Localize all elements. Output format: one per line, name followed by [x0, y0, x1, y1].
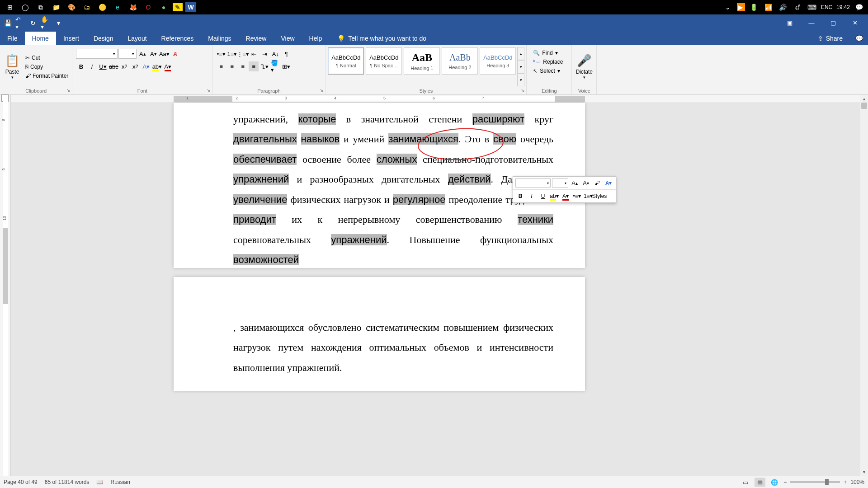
touch-mode-icon[interactable]: ✋▾ — [41, 18, 51, 28]
font-color-button[interactable]: A▾ — [163, 61, 173, 71]
paste-button[interactable]: 📋 Paste ▾ — [2, 47, 23, 86]
file-explorer-icon[interactable]: 🗂 — [80, 2, 93, 13]
ribbon-display-icon[interactable]: ▣ — [779, 16, 800, 30]
zoom-in-button[interactable]: + — [844, 479, 847, 485]
horizontal-ruler[interactable]: 1234567 — [11, 95, 868, 103]
text-effects-button[interactable]: A▾ — [141, 61, 151, 71]
justify-button[interactable]: ≡ — [249, 61, 259, 71]
tab-help[interactable]: Help — [302, 32, 330, 45]
word-count[interactable]: 65 of 11814 words — [45, 479, 90, 485]
notifications-icon[interactable]: 💬 — [854, 2, 864, 13]
italic-button[interactable]: I — [87, 61, 97, 71]
mini-bullets[interactable]: •≡▾ — [572, 191, 582, 201]
numbering-button[interactable]: 1≡▾ — [227, 49, 237, 59]
vertical-ruler[interactable]: L 8 9 10 — [0, 95, 11, 476]
change-case-button[interactable]: Aa▾ — [159, 49, 169, 59]
document-text[interactable]: упражнений, которые в значительной степе… — [233, 109, 553, 270]
decrease-indent-button[interactable]: ⇤ — [249, 49, 259, 59]
show-marks-button[interactable]: ¶ — [281, 49, 291, 59]
tab-layout[interactable]: Layout — [121, 32, 154, 45]
align-left-button[interactable]: ≡ — [216, 61, 226, 71]
qat-customize-icon[interactable]: ▾ — [53, 18, 63, 28]
cut-button[interactable]: ✂Cut — [24, 54, 70, 62]
mini-styles[interactable]: Styles — [594, 191, 604, 201]
select-button[interactable]: ↖Select ▾ — [530, 67, 568, 75]
grow-font-button[interactable]: A▴ — [137, 49, 147, 59]
bold-button[interactable]: B — [76, 61, 86, 71]
borders-button[interactable]: ⊞▾ — [281, 61, 291, 71]
undo-icon[interactable]: ↶ ▾ — [15, 18, 25, 28]
line-spacing-button[interactable]: ⇅▾ — [259, 61, 269, 71]
cortana-icon[interactable]: ◯ — [19, 2, 32, 13]
wifi-icon[interactable]: 📶 — [763, 2, 774, 13]
underline-button[interactable]: U▾ — [98, 61, 108, 71]
scroll-down-icon[interactable]: ▼ — [860, 468, 868, 476]
style-heading-3[interactable]: AaBbCcDdHeading 3 — [480, 47, 516, 75]
style-heading-1[interactable]: AaBHeading 1 — [404, 47, 440, 75]
font-size-combo[interactable]: ▾ — [118, 49, 137, 59]
chrome-icon[interactable]: 🟡 — [96, 2, 108, 13]
align-center-button[interactable]: ≡ — [227, 61, 237, 71]
start-button[interactable]: ⊞ — [4, 2, 16, 13]
task-view-icon[interactable]: ⧉ — [34, 2, 47, 13]
clipboard-dialog-icon[interactable]: ↘ — [66, 88, 70, 93]
tab-file[interactable]: File — [0, 32, 25, 45]
style-heading-2[interactable]: AaBbHeading 2 — [442, 47, 478, 75]
zoom-out-button[interactable]: − — [783, 479, 787, 485]
mini-clear-format[interactable]: A̷▾ — [604, 178, 613, 188]
multilevel-list-button[interactable]: ⋮≡▾ — [238, 49, 248, 59]
tab-view[interactable]: View — [274, 32, 302, 45]
document-page[interactable]: , занимающихся обусловлено систематическ… — [174, 277, 585, 391]
replace-button[interactable]: ᵇ↔Replace — [530, 58, 568, 66]
document-text[interactable]: , занимающихся обусловлено систематическ… — [233, 318, 553, 378]
keyboard-icon[interactable]: ⌨ — [807, 2, 817, 13]
shrink-font-button[interactable]: A▾ — [148, 49, 158, 59]
align-right-button[interactable]: ≡ — [238, 61, 248, 71]
superscript-button[interactable]: x2 — [130, 61, 140, 71]
tab-references[interactable]: References — [154, 32, 201, 45]
mini-font-name[interactable]: ▾ — [515, 178, 551, 188]
read-mode-icon[interactable]: ▭ — [740, 478, 751, 487]
styles-dialog-icon[interactable]: ↘ — [521, 88, 524, 93]
style---normal[interactable]: AaBbCcDd¶ Normal — [328, 47, 364, 75]
firefox-icon[interactable]: 🦊 — [127, 2, 139, 13]
taskbar-app-1[interactable]: 📁 — [50, 2, 62, 13]
word-taskbar-icon[interactable]: W — [185, 2, 196, 12]
taskbar-app-2[interactable]: 🎨 — [65, 2, 78, 13]
sticky-notes-icon[interactable]: ✎ — [173, 3, 183, 11]
clock[interactable]: 19:42 — [836, 4, 850, 10]
edge-icon[interactable]: e — [111, 2, 124, 13]
mini-bold[interactable]: B — [515, 191, 525, 201]
vertical-scrollbar[interactable]: ▲ ▼ — [860, 95, 868, 476]
scroll-up-icon[interactable]: ▲ — [860, 95, 868, 103]
styles-scroll-down[interactable]: ▾ — [517, 60, 524, 73]
tell-me-search[interactable]: 💡 Tell me what you want to do — [337, 35, 426, 42]
highlight-color-button[interactable]: ab▾ — [152, 61, 162, 71]
opera-icon[interactable]: O — [142, 2, 155, 13]
tray-app-icon[interactable]: ▶ — [737, 3, 745, 11]
web-layout-icon[interactable]: 🌐 — [769, 478, 780, 487]
tab-insert[interactable]: Insert — [56, 32, 86, 45]
print-layout-icon[interactable]: ▤ — [755, 478, 765, 487]
tray-misc-icon[interactable]: ⅆ — [792, 2, 803, 13]
mini-shrink-font[interactable]: A▾ — [581, 178, 591, 188]
comments-icon[interactable]: 💬 — [850, 35, 868, 42]
format-painter-button[interactable]: 🖌Format Painter — [24, 72, 70, 80]
increase-indent-button[interactable]: ⇥ — [259, 49, 269, 59]
copy-button[interactable]: ⎘Copy — [24, 63, 70, 71]
find-button[interactable]: 🔍Find ▾ — [530, 49, 568, 57]
volume-icon[interactable]: 🔊 — [778, 2, 788, 13]
tab-home[interactable]: Home — [25, 32, 56, 45]
tray-chevron-icon[interactable]: ⌄ — [722, 2, 733, 13]
mini-underline[interactable]: U — [538, 191, 548, 201]
mini-highlight[interactable]: ab▾ — [549, 191, 559, 201]
battery-icon[interactable]: 🔋 — [749, 2, 760, 13]
maximize-button[interactable]: ▢ — [823, 16, 844, 30]
bullets-button[interactable]: •≡▾ — [216, 49, 226, 59]
tab-mailings[interactable]: Mailings — [201, 32, 238, 45]
mini-font-size[interactable]: ▾ — [552, 178, 568, 188]
zoom-level[interactable]: 100% — [850, 479, 864, 485]
page-indicator[interactable]: Page 40 of 49 — [4, 479, 38, 485]
sort-button[interactable]: A↓ — [270, 49, 280, 59]
strikethrough-button[interactable]: abc — [108, 61, 118, 71]
